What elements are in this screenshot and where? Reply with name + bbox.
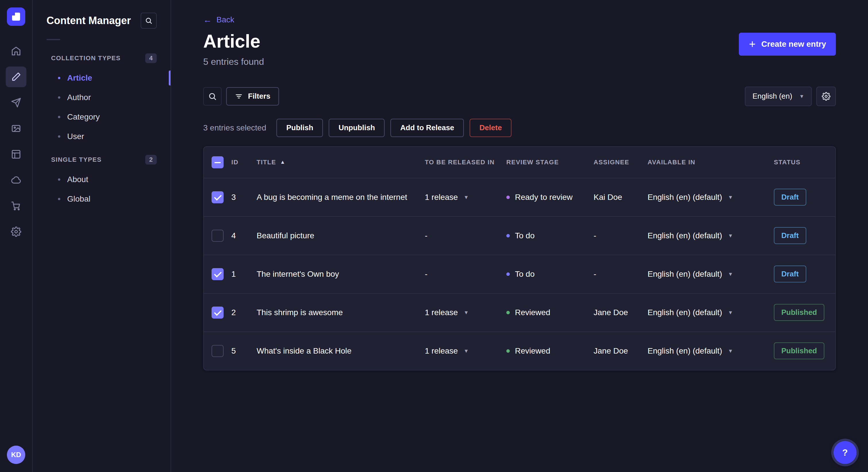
sidebar-item-category[interactable]: Category — [46, 107, 157, 127]
gear-icon — [822, 92, 830, 101]
sidebar-item-author[interactable]: Author — [46, 88, 157, 107]
chevron-down-icon: ▼ — [728, 272, 733, 277]
search-button[interactable] — [203, 87, 222, 105]
cell-release[interactable]: 1 release ▼ — [425, 346, 506, 356]
table-row[interactable]: 5 What's inside a Black Hole 1 release ▼… — [204, 332, 835, 370]
cell-review-stage: Reviewed — [506, 346, 594, 356]
filters-button[interactable]: Filters — [226, 87, 279, 105]
sidebar-item-label: Global — [67, 194, 90, 204]
row-checkbox[interactable] — [212, 230, 224, 242]
stage-dot-icon — [506, 311, 510, 314]
status-badge: Draft — [774, 227, 806, 244]
stage-label: Reviewed — [515, 308, 550, 317]
nav-media-library-button[interactable] — [6, 118, 26, 139]
row-checkbox[interactable] — [212, 307, 224, 318]
sidebar-item-label: Author — [67, 93, 91, 102]
status-badge: Draft — [774, 189, 806, 206]
cell-assignee: - — [594, 270, 648, 279]
back-arrow-icon: ← — [203, 15, 212, 25]
nav-releases-button[interactable] — [6, 92, 26, 113]
column-label: ID — [231, 159, 239, 166]
cell-title: This shrimp is awesome — [257, 308, 425, 317]
column-label: STATUS — [774, 159, 801, 166]
nav-content-type-builder-button[interactable] — [6, 144, 26, 165]
sidebar-item-article[interactable]: Article — [46, 68, 157, 88]
locale-selected-value: English (en) — [752, 92, 792, 101]
column-label: REVIEW STAGE — [506, 159, 559, 166]
publish-button[interactable]: Publish — [276, 119, 323, 137]
cell-available-in[interactable]: English (en) (default) ▼ — [648, 308, 774, 317]
sort-asc-icon: ▲ — [280, 159, 286, 165]
row-checkbox[interactable] — [212, 345, 224, 357]
cell-available-in[interactable]: English (en) (default) ▼ — [648, 231, 774, 240]
nav-deploy-button[interactable] — [6, 170, 26, 191]
cell-status: Draft — [774, 227, 835, 244]
cell-review-stage: Ready to review — [506, 193, 594, 202]
sidebar-search-button[interactable] — [141, 12, 157, 29]
status-badge: Draft — [774, 266, 806, 282]
section-label: SINGLE TYPES — [51, 156, 102, 164]
bullet-icon — [58, 96, 60, 99]
table-row[interactable]: 3 A bug is becoming a meme on the intern… — [204, 178, 835, 216]
filters-label: Filters — [248, 92, 270, 101]
sidebar-item-global[interactable]: Global — [46, 189, 157, 209]
unpublish-button[interactable]: Unpublish — [329, 119, 384, 137]
add-to-release-button[interactable]: Add to Release — [391, 119, 464, 137]
sidebar-item-about[interactable]: About — [46, 170, 157, 189]
main-content: ← Back Article 5 entries found Create ne… — [171, 0, 868, 472]
create-new-entry-button[interactable]: Create new entry — [739, 33, 836, 56]
avatar[interactable]: KD — [7, 446, 25, 464]
stage-label: To do — [515, 270, 535, 279]
entries-table: ID TITLE ▲ TO BE RELEASED IN REVIEW STAG… — [203, 146, 836, 370]
delete-button[interactable]: Delete — [470, 119, 512, 137]
column-label: TITLE — [257, 159, 276, 166]
section-count-badge: 2 — [145, 155, 157, 165]
cell-release[interactable]: 1 release ▼ — [425, 193, 506, 202]
sidebar-item-label: User — [67, 132, 84, 141]
pen-icon — [11, 72, 21, 82]
cell-available-in[interactable]: English (en) (default) ▼ — [648, 193, 774, 202]
cell-available-in[interactable]: English (en) (default) ▼ — [648, 346, 774, 356]
cart-icon — [11, 201, 21, 211]
paper-plane-icon — [11, 98, 21, 108]
cell-title: What's inside a Black Hole — [257, 346, 425, 356]
gear-icon — [11, 227, 21, 237]
bullet-icon — [58, 77, 60, 79]
cloud-icon — [11, 175, 21, 185]
nav-settings-button[interactable] — [6, 222, 26, 242]
chevron-down-icon: ▼ — [799, 94, 804, 99]
release-value: 1 release — [425, 346, 458, 356]
nav-marketplace-button[interactable] — [6, 196, 26, 216]
column-header-review-stage: REVIEW STAGE — [506, 159, 594, 166]
column-header-title[interactable]: TITLE ▲ — [257, 159, 425, 166]
plus-icon — [749, 40, 756, 48]
nav-content-manager-button[interactable] — [6, 67, 26, 87]
table-row[interactable]: 4 Beautiful picture - ▼ To do - English … — [204, 216, 835, 255]
table-row[interactable]: 2 This shrimp is awesome 1 release ▼ Rev… — [204, 293, 835, 332]
select-all-checkbox[interactable] — [212, 156, 224, 168]
back-link[interactable]: ← Back — [203, 15, 234, 25]
help-button[interactable]: ? — [834, 441, 857, 464]
cell-title: Beautiful picture — [257, 231, 425, 240]
release-value: 1 release — [425, 193, 458, 202]
view-settings-button[interactable] — [816, 87, 836, 106]
column-label: TO BE RELEASED IN — [425, 159, 495, 166]
sidebar-item-user[interactable]: User — [46, 127, 157, 146]
stage-dot-icon — [506, 234, 510, 237]
cell-assignee: - — [594, 231, 648, 240]
strapi-logo[interactable] — [7, 7, 25, 26]
locale-select[interactable]: English (en) ▼ — [745, 87, 812, 106]
chevron-down-icon: ▼ — [464, 195, 469, 200]
filter-icon — [235, 92, 243, 100]
column-header-id[interactable]: ID — [231, 159, 257, 166]
nav-home-button[interactable] — [6, 41, 26, 61]
row-checkbox[interactable] — [212, 268, 224, 280]
cell-release[interactable]: 1 release ▼ — [425, 308, 506, 317]
chevron-down-icon: ▼ — [464, 348, 469, 353]
cell-available-in[interactable]: English (en) (default) ▼ — [648, 270, 774, 279]
column-header-available-in: AVAILABLE IN — [648, 159, 774, 166]
table-row[interactable]: 1 The internet's Own boy - ▼ To do - Eng… — [204, 255, 835, 293]
row-checkbox[interactable] — [212, 191, 224, 203]
column-header-assignee: ASSIGNEE — [594, 159, 648, 166]
search-icon — [208, 92, 217, 101]
